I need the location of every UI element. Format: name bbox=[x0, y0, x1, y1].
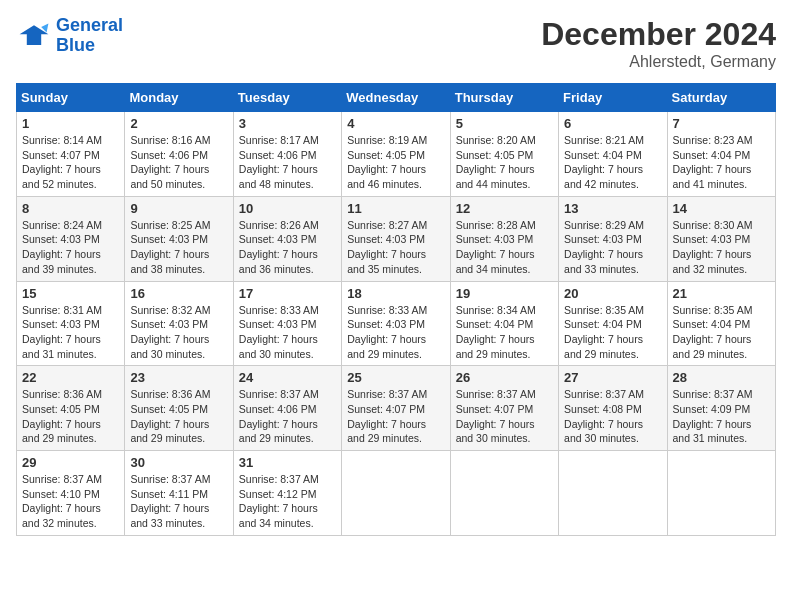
day-number: 19 bbox=[456, 286, 553, 301]
calendar-cell: 6 Sunrise: 8:21 AM Sunset: 4:04 PM Dayli… bbox=[559, 112, 667, 197]
weekday-header-row: SundayMondayTuesdayWednesdayThursdayFrid… bbox=[17, 84, 776, 112]
day-detail: Sunrise: 8:23 AM Sunset: 4:04 PM Dayligh… bbox=[673, 133, 770, 192]
day-number: 28 bbox=[673, 370, 770, 385]
calendar-title: December 2024 bbox=[541, 16, 776, 53]
calendar-cell: 4 Sunrise: 8:19 AM Sunset: 4:05 PM Dayli… bbox=[342, 112, 450, 197]
day-number: 8 bbox=[22, 201, 119, 216]
day-detail: Sunrise: 8:26 AM Sunset: 4:03 PM Dayligh… bbox=[239, 218, 336, 277]
day-number: 27 bbox=[564, 370, 661, 385]
day-detail: Sunrise: 8:37 AM Sunset: 4:07 PM Dayligh… bbox=[456, 387, 553, 446]
day-detail: Sunrise: 8:27 AM Sunset: 4:03 PM Dayligh… bbox=[347, 218, 444, 277]
calendar-body: 1 Sunrise: 8:14 AM Sunset: 4:07 PM Dayli… bbox=[17, 112, 776, 536]
calendar-cell: 13 Sunrise: 8:29 AM Sunset: 4:03 PM Dayl… bbox=[559, 196, 667, 281]
day-number: 18 bbox=[347, 286, 444, 301]
day-number: 12 bbox=[456, 201, 553, 216]
day-number: 15 bbox=[22, 286, 119, 301]
day-detail: Sunrise: 8:36 AM Sunset: 4:05 PM Dayligh… bbox=[22, 387, 119, 446]
calendar-week-5: 29 Sunrise: 8:37 AM Sunset: 4:10 PM Dayl… bbox=[17, 451, 776, 536]
calendar-cell: 20 Sunrise: 8:35 AM Sunset: 4:04 PM Dayl… bbox=[559, 281, 667, 366]
calendar-cell: 25 Sunrise: 8:37 AM Sunset: 4:07 PM Dayl… bbox=[342, 366, 450, 451]
calendar-cell: 15 Sunrise: 8:31 AM Sunset: 4:03 PM Dayl… bbox=[17, 281, 125, 366]
day-number: 7 bbox=[673, 116, 770, 131]
day-detail: Sunrise: 8:24 AM Sunset: 4:03 PM Dayligh… bbox=[22, 218, 119, 277]
calendar-cell: 29 Sunrise: 8:37 AM Sunset: 4:10 PM Dayl… bbox=[17, 451, 125, 536]
calendar-cell: 11 Sunrise: 8:27 AM Sunset: 4:03 PM Dayl… bbox=[342, 196, 450, 281]
calendar-cell: 31 Sunrise: 8:37 AM Sunset: 4:12 PM Dayl… bbox=[233, 451, 341, 536]
calendar-cell: 2 Sunrise: 8:16 AM Sunset: 4:06 PM Dayli… bbox=[125, 112, 233, 197]
day-detail: Sunrise: 8:16 AM Sunset: 4:06 PM Dayligh… bbox=[130, 133, 227, 192]
day-number: 30 bbox=[130, 455, 227, 470]
day-number: 11 bbox=[347, 201, 444, 216]
day-number: 5 bbox=[456, 116, 553, 131]
calendar-cell: 23 Sunrise: 8:36 AM Sunset: 4:05 PM Dayl… bbox=[125, 366, 233, 451]
day-detail: Sunrise: 8:37 AM Sunset: 4:07 PM Dayligh… bbox=[347, 387, 444, 446]
calendar-cell: 1 Sunrise: 8:14 AM Sunset: 4:07 PM Dayli… bbox=[17, 112, 125, 197]
weekday-thursday: Thursday bbox=[450, 84, 558, 112]
calendar-cell: 10 Sunrise: 8:26 AM Sunset: 4:03 PM Dayl… bbox=[233, 196, 341, 281]
calendar-cell: 26 Sunrise: 8:37 AM Sunset: 4:07 PM Dayl… bbox=[450, 366, 558, 451]
logo-text: General Blue bbox=[56, 16, 123, 56]
calendar-cell bbox=[667, 451, 775, 536]
day-detail: Sunrise: 8:35 AM Sunset: 4:04 PM Dayligh… bbox=[673, 303, 770, 362]
day-number: 2 bbox=[130, 116, 227, 131]
day-detail: Sunrise: 8:28 AM Sunset: 4:03 PM Dayligh… bbox=[456, 218, 553, 277]
calendar-cell bbox=[450, 451, 558, 536]
calendar-cell: 7 Sunrise: 8:23 AM Sunset: 4:04 PM Dayli… bbox=[667, 112, 775, 197]
weekday-monday: Monday bbox=[125, 84, 233, 112]
calendar-cell: 18 Sunrise: 8:33 AM Sunset: 4:03 PM Dayl… bbox=[342, 281, 450, 366]
day-number: 10 bbox=[239, 201, 336, 216]
calendar-cell: 22 Sunrise: 8:36 AM Sunset: 4:05 PM Dayl… bbox=[17, 366, 125, 451]
day-detail: Sunrise: 8:37 AM Sunset: 4:09 PM Dayligh… bbox=[673, 387, 770, 446]
calendar-cell: 24 Sunrise: 8:37 AM Sunset: 4:06 PM Dayl… bbox=[233, 366, 341, 451]
logo-icon bbox=[16, 18, 52, 54]
day-number: 16 bbox=[130, 286, 227, 301]
calendar-subtitle: Ahlerstedt, Germany bbox=[541, 53, 776, 71]
day-detail: Sunrise: 8:35 AM Sunset: 4:04 PM Dayligh… bbox=[564, 303, 661, 362]
calendar-cell: 14 Sunrise: 8:30 AM Sunset: 4:03 PM Dayl… bbox=[667, 196, 775, 281]
day-number: 23 bbox=[130, 370, 227, 385]
day-detail: Sunrise: 8:36 AM Sunset: 4:05 PM Dayligh… bbox=[130, 387, 227, 446]
day-detail: Sunrise: 8:25 AM Sunset: 4:03 PM Dayligh… bbox=[130, 218, 227, 277]
calendar-week-4: 22 Sunrise: 8:36 AM Sunset: 4:05 PM Dayl… bbox=[17, 366, 776, 451]
page-header: General Blue December 2024 Ahlerstedt, G… bbox=[16, 16, 776, 71]
day-detail: Sunrise: 8:33 AM Sunset: 4:03 PM Dayligh… bbox=[347, 303, 444, 362]
title-block: December 2024 Ahlerstedt, Germany bbox=[541, 16, 776, 71]
weekday-tuesday: Tuesday bbox=[233, 84, 341, 112]
day-detail: Sunrise: 8:21 AM Sunset: 4:04 PM Dayligh… bbox=[564, 133, 661, 192]
day-number: 14 bbox=[673, 201, 770, 216]
day-detail: Sunrise: 8:30 AM Sunset: 4:03 PM Dayligh… bbox=[673, 218, 770, 277]
calendar-cell bbox=[342, 451, 450, 536]
weekday-wednesday: Wednesday bbox=[342, 84, 450, 112]
calendar-cell: 17 Sunrise: 8:33 AM Sunset: 4:03 PM Dayl… bbox=[233, 281, 341, 366]
calendar-cell: 21 Sunrise: 8:35 AM Sunset: 4:04 PM Dayl… bbox=[667, 281, 775, 366]
calendar-cell: 5 Sunrise: 8:20 AM Sunset: 4:05 PM Dayli… bbox=[450, 112, 558, 197]
weekday-friday: Friday bbox=[559, 84, 667, 112]
calendar-cell: 9 Sunrise: 8:25 AM Sunset: 4:03 PM Dayli… bbox=[125, 196, 233, 281]
calendar-table: SundayMondayTuesdayWednesdayThursdayFrid… bbox=[16, 83, 776, 536]
day-number: 29 bbox=[22, 455, 119, 470]
calendar-cell: 12 Sunrise: 8:28 AM Sunset: 4:03 PM Dayl… bbox=[450, 196, 558, 281]
day-detail: Sunrise: 8:37 AM Sunset: 4:12 PM Dayligh… bbox=[239, 472, 336, 531]
calendar-cell: 19 Sunrise: 8:34 AM Sunset: 4:04 PM Dayl… bbox=[450, 281, 558, 366]
calendar-cell: 3 Sunrise: 8:17 AM Sunset: 4:06 PM Dayli… bbox=[233, 112, 341, 197]
day-number: 6 bbox=[564, 116, 661, 131]
day-detail: Sunrise: 8:37 AM Sunset: 4:11 PM Dayligh… bbox=[130, 472, 227, 531]
day-number: 26 bbox=[456, 370, 553, 385]
logo: General Blue bbox=[16, 16, 123, 56]
calendar-cell: 28 Sunrise: 8:37 AM Sunset: 4:09 PM Dayl… bbox=[667, 366, 775, 451]
day-number: 9 bbox=[130, 201, 227, 216]
calendar-cell: 30 Sunrise: 8:37 AM Sunset: 4:11 PM Dayl… bbox=[125, 451, 233, 536]
day-number: 20 bbox=[564, 286, 661, 301]
day-number: 13 bbox=[564, 201, 661, 216]
calendar-cell: 16 Sunrise: 8:32 AM Sunset: 4:03 PM Dayl… bbox=[125, 281, 233, 366]
day-number: 24 bbox=[239, 370, 336, 385]
calendar-cell: 8 Sunrise: 8:24 AM Sunset: 4:03 PM Dayli… bbox=[17, 196, 125, 281]
day-detail: Sunrise: 8:19 AM Sunset: 4:05 PM Dayligh… bbox=[347, 133, 444, 192]
day-detail: Sunrise: 8:17 AM Sunset: 4:06 PM Dayligh… bbox=[239, 133, 336, 192]
day-number: 4 bbox=[347, 116, 444, 131]
day-number: 1 bbox=[22, 116, 119, 131]
day-detail: Sunrise: 8:31 AM Sunset: 4:03 PM Dayligh… bbox=[22, 303, 119, 362]
day-detail: Sunrise: 8:37 AM Sunset: 4:10 PM Dayligh… bbox=[22, 472, 119, 531]
day-detail: Sunrise: 8:37 AM Sunset: 4:06 PM Dayligh… bbox=[239, 387, 336, 446]
weekday-sunday: Sunday bbox=[17, 84, 125, 112]
